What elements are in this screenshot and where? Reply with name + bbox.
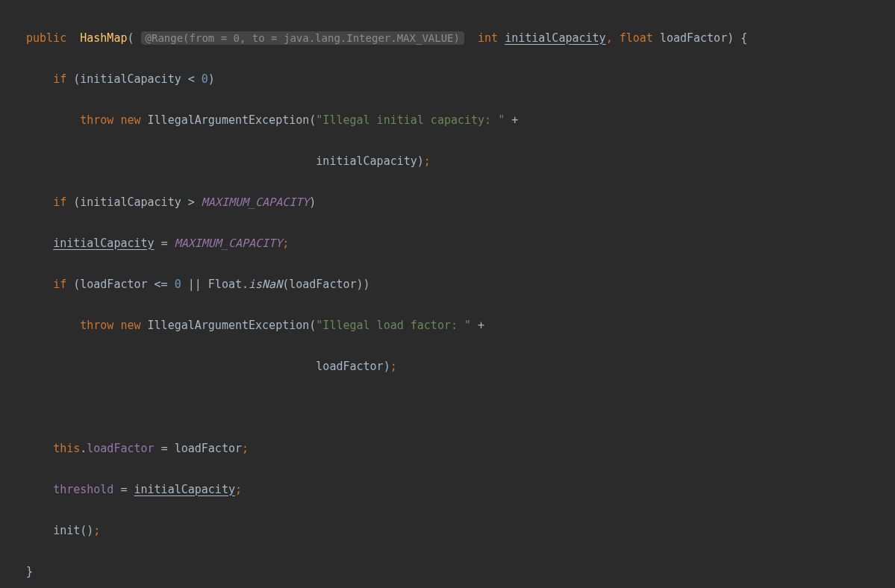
- type-float: float: [620, 31, 653, 45]
- keyword-this: this: [53, 442, 80, 455]
- code-line[interactable]: initialCapacity = MAXIMUM_CAPACITY;: [26, 234, 895, 254]
- exception-class: IllegalArgumentException: [148, 113, 310, 127]
- code-line[interactable]: loadFactor);: [26, 357, 895, 378]
- code-line[interactable]: public HashMap( @Range(from = 0, to = ja…: [26, 28, 895, 49]
- field-threshold: threshold: [53, 483, 113, 496]
- method-name: HashMap: [80, 31, 127, 45]
- code-line[interactable]: this.loadFactor = loadFactor;: [26, 439, 895, 460]
- code-line[interactable]: if (initialCapacity > MAXIMUM_CAPACITY): [26, 193, 895, 213]
- keyword-if: if: [53, 72, 66, 86]
- keyword-throw: throw: [80, 113, 113, 127]
- code-line[interactable]: if (loadFactor <= 0 || Float.isNaN(loadF…: [26, 275, 895, 295]
- method-init: init: [53, 524, 80, 537]
- number-literal: 0: [202, 72, 208, 86]
- code-line[interactable]: initialCapacity);: [26, 151, 895, 172]
- param-loadFactor: loadFactor: [660, 31, 727, 45]
- code-line[interactable]: if (initialCapacity < 0): [26, 69, 895, 90]
- code-line[interactable]: throw new IllegalArgumentException("Ille…: [26, 110, 895, 131]
- code-line[interactable]: threshold = initialCapacity;: [26, 480, 895, 501]
- annotation-inlay: @Range(from = 0, to = java.lang.Integer.…: [141, 31, 464, 45]
- code-line[interactable]: [26, 398, 895, 419]
- code-editor[interactable]: public HashMap( @Range(from = 0, to = ja…: [0, 7, 895, 588]
- code-line[interactable]: throw new IllegalArgumentException("Ille…: [26, 316, 895, 337]
- method-isnan: isNaN: [249, 278, 282, 291]
- class-float: Float: [208, 278, 242, 291]
- keyword-new: new: [120, 113, 140, 127]
- type-int: int: [478, 31, 498, 45]
- keyword-public: public: [26, 31, 66, 45]
- field-loadFactor: loadFactor: [87, 442, 154, 455]
- constant-max-capacity: MAXIMUM_CAPACITY: [202, 196, 310, 209]
- code-line[interactable]: }: [26, 562, 895, 583]
- string-literal: "Illegal initial capacity: ": [316, 113, 505, 127]
- string-literal: "Illegal load factor: ": [316, 319, 471, 332]
- code-line[interactable]: init();: [26, 521, 895, 542]
- param-initialCapacity: initialCapacity: [505, 31, 605, 45]
